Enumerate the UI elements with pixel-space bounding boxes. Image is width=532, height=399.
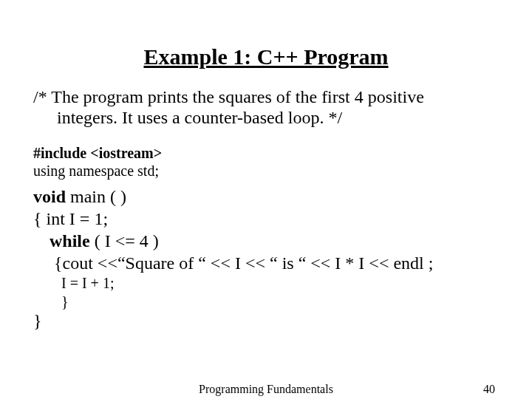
comment-line-1: /* The program prints the squares of the… xyxy=(33,87,424,106)
code-block: void main ( ) { int I = 1; while ( I <= … xyxy=(33,185,499,274)
code-line-2: { int I = 1; xyxy=(33,208,499,230)
code-comment: /* The program prints the squares of the… xyxy=(33,87,499,128)
while-condition: ( I <= 4 ) xyxy=(90,231,159,250)
footer-title: Programming Fundamentals xyxy=(199,383,333,396)
keyword-while: while xyxy=(50,231,90,250)
using-directive: using namespace std; xyxy=(33,162,499,180)
code-line-3: while ( I <= 4 ) xyxy=(33,230,499,252)
code-line-6: } xyxy=(33,293,499,311)
code-block-small: I = I + 1; } xyxy=(33,274,499,311)
slide-title: Example 1: C++ Program xyxy=(33,44,499,69)
page-number: 40 xyxy=(483,383,495,396)
comment-line-2: integers. It uses a counter-based loop. … xyxy=(33,108,499,129)
keyword-void: void xyxy=(33,187,66,206)
include-block: #include <iostream> using namespace std; xyxy=(33,144,499,180)
code-line-7: } xyxy=(33,311,499,331)
code-line-1: void main ( ) xyxy=(33,185,499,208)
main-signature: main ( ) xyxy=(66,187,126,206)
include-directive: #include <iostream> xyxy=(33,144,499,162)
code-line-4: {cout <<“Square of “ << I << “ is “ << I… xyxy=(33,252,499,274)
code-line-5: I = I + 1; xyxy=(33,274,499,293)
